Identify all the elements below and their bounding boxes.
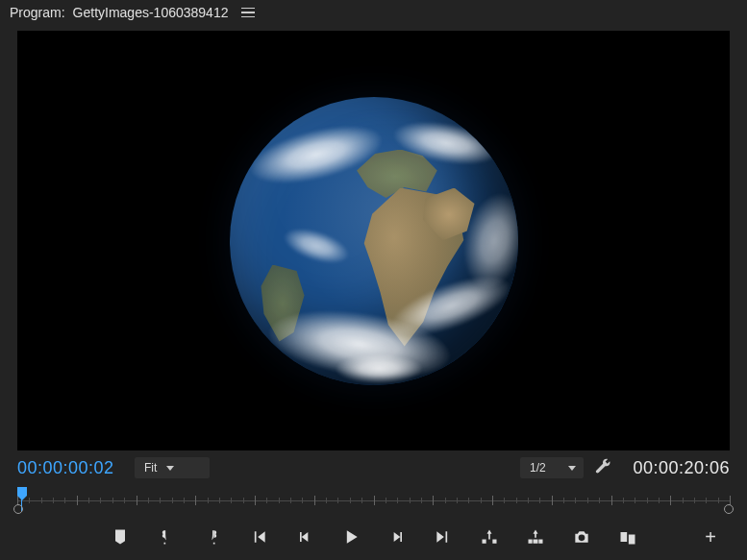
viewer-area — [0, 25, 747, 450]
zoom-level-select[interactable]: Fit — [135, 457, 210, 478]
duration-timecode: 00:00:20:06 — [622, 458, 730, 478]
wrench-icon — [593, 458, 612, 477]
mark-out-icon — [203, 527, 222, 547]
comparison-icon — [618, 527, 637, 547]
comparison-view-button[interactable] — [614, 523, 641, 550]
playback-resolution-select[interactable]: 1/2 — [520, 457, 584, 478]
zoom-handle-left[interactable] — [13, 504, 23, 514]
mark-out-button[interactable] — [199, 523, 226, 550]
program-viewport[interactable] — [17, 31, 730, 450]
settings-button[interactable] — [593, 458, 612, 477]
panel-menu-icon[interactable] — [241, 8, 255, 18]
panel-header: Program: GettyImages-1060389412 — [0, 0, 747, 25]
extract-icon — [526, 527, 545, 547]
go-to-out-icon — [434, 527, 453, 547]
camera-icon — [572, 527, 591, 547]
chevron-down-icon — [166, 466, 174, 471]
step-forward-icon — [387, 527, 407, 547]
mark-in-icon — [157, 527, 176, 547]
step-back-button[interactable] — [291, 523, 318, 550]
go-to-in-icon — [249, 527, 268, 547]
extract-button[interactable] — [522, 523, 549, 550]
export-frame-button[interactable] — [568, 523, 595, 550]
play-icon — [341, 527, 361, 547]
mark-in-button[interactable] — [153, 523, 180, 550]
step-back-icon — [295, 527, 314, 547]
playback-resolution-value: 1/2 — [530, 461, 546, 475]
play-button[interactable] — [337, 523, 364, 550]
svg-point-0 — [580, 536, 584, 540]
lift-icon — [480, 527, 499, 547]
panel-sequence-name: GettyImages-1060389412 — [73, 5, 229, 20]
add-marker-button[interactable] — [107, 523, 134, 550]
mini-timeline[interactable] — [0, 485, 747, 520]
timeline-ticks — [17, 495, 730, 506]
lift-button[interactable] — [476, 523, 503, 550]
transport-bar: + — [0, 520, 747, 560]
go-to-in-button[interactable] — [245, 523, 272, 550]
marker-icon — [111, 527, 130, 547]
zoom-handle-right[interactable] — [724, 504, 734, 514]
go-to-out-button[interactable] — [430, 523, 457, 550]
panel-title-prefix: Program: — [10, 5, 65, 20]
video-frame-earth — [230, 97, 518, 385]
zoom-level-value: Fit — [144, 461, 157, 475]
step-forward-button[interactable] — [384, 523, 411, 550]
controls-row: 00:00:00:02 Fit 1/2 00:00:20:06 — [0, 450, 747, 485]
chevron-down-icon — [568, 466, 576, 471]
program-monitor-panel: Program: GettyImages-1060389412 00:00: — [0, 0, 747, 560]
button-editor-add[interactable]: + — [697, 523, 724, 550]
current-timecode[interactable]: 00:00:00:02 — [17, 458, 125, 478]
